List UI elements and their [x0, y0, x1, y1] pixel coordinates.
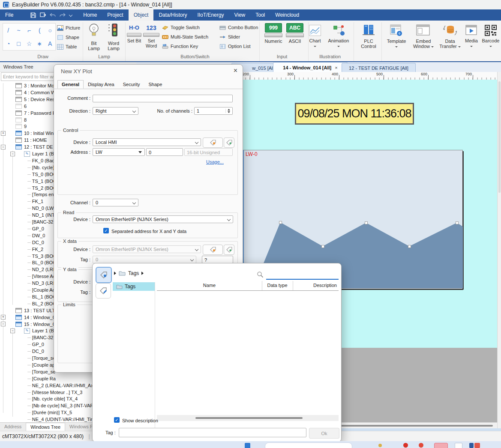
collapse-icon[interactable]: − [1, 145, 6, 149]
taskbar-app-icon-blue[interactable] [469, 443, 474, 448]
menu-project[interactable]: Project [102, 9, 128, 21]
menu-view[interactable]: View [229, 9, 250, 21]
vertical-scrollbar-thumb[interactable] [498, 81, 501, 193]
device-add-button[interactable] [224, 137, 234, 148]
comment-input[interactable] [93, 95, 233, 102]
device-settings-button[interactable] [203, 137, 223, 148]
barcode-dropdown-icon[interactable] [489, 46, 492, 47]
ok-button[interactable]: Ok [309, 428, 339, 439]
show-description-checkbox[interactable]: ✓ [114, 417, 120, 423]
tags-scrollbar-thumb[interactable] [195, 417, 303, 419]
redo-icon[interactable] [60, 13, 66, 18]
menu-tool[interactable]: Tool [250, 9, 270, 21]
taskbar-app-icon-media[interactable] [474, 443, 480, 448]
collapse-icon[interactable]: − [1, 322, 6, 326]
channel-select[interactable]: 0 [93, 199, 138, 206]
menu-home[interactable]: Home [78, 9, 102, 21]
slider-button[interactable]: Slider [219, 33, 258, 41]
plc-control-button[interactable]: PLCControl [357, 23, 381, 49]
dots-tool-icon[interactable]: ∗ [37, 40, 42, 47]
tag-edit-button[interactable] [96, 283, 111, 299]
star-tool-icon[interactable]: ☆ [27, 40, 32, 47]
taskbar-search-box[interactable] [265, 442, 352, 448]
column-name[interactable]: Name [157, 283, 262, 288]
panel-tab-windows-tree[interactable]: Windows Tree [26, 423, 65, 431]
pie-tool-icon[interactable]: ◔ [6, 40, 10, 47]
menu-iiot-energy[interactable]: IIoT/Energy [192, 9, 229, 21]
shape-button[interactable]: Shape [57, 33, 80, 41]
taskbar-notification-badge[interactable] [403, 443, 408, 448]
address-value-input[interactable]: 0 [146, 148, 183, 156]
export-icon[interactable] [40, 12, 46, 18]
usage-link[interactable]: Usage... [206, 159, 224, 164]
undo-icon[interactable] [50, 13, 56, 18]
column-description[interactable]: Description [293, 283, 337, 288]
function-key-button[interactable]: Fn Function Key [162, 42, 208, 50]
taskbar-app-icon-window[interactable] [455, 443, 462, 448]
menu-weincloud[interactable]: Weincloud [270, 9, 304, 21]
tag-browse-button[interactable] [96, 267, 112, 283]
toggle-switch-button[interactable]: Toggle Switch [162, 24, 208, 31]
template-button[interactable]: Template [384, 23, 409, 49]
option-list-button[interactable]: Option List [219, 42, 258, 50]
plot-handle[interactable] [456, 221, 459, 224]
media-dropdown-icon[interactable] [470, 46, 473, 47]
save-icon[interactable] [30, 12, 36, 18]
chart-dropdown-icon[interactable] [314, 46, 316, 47]
bit-lamp-button[interactable]: Bit Lamp [85, 23, 103, 51]
table-button[interactable]: Table [57, 43, 80, 51]
template-dropdown-icon[interactable] [395, 46, 398, 48]
read-device-select[interactable]: Omron EtherNet/IP (NJ/NX Series) [93, 215, 233, 223]
line-tool-icon[interactable]: / [7, 27, 9, 34]
word-lamp-button[interactable]: Word Lamp [105, 23, 123, 51]
datetime-display-widget[interactable]: 09/08/25 MON 11:36:08 [295, 103, 414, 125]
menu-object[interactable]: Object [129, 9, 154, 21]
data-transfer-dropdown-icon[interactable] [458, 46, 461, 48]
ascii-button[interactable]: ABC ASCII [285, 23, 304, 44]
direction-select[interactable]: Right [93, 107, 138, 115]
set-word-button[interactable]: 123 Set Word [143, 23, 159, 48]
plot-handle[interactable] [321, 245, 324, 248]
arc-tool-icon[interactable]: ( [39, 27, 41, 34]
tab-window-014[interactable]: 14 - Window_014 [All] × [273, 62, 348, 72]
media-button[interactable]: Media [463, 23, 480, 48]
embed-window-button[interactable]: EmbedWindow [410, 23, 437, 49]
channels-stepper[interactable]: 1 [194, 107, 233, 115]
barcode-button[interactable]: Barcode [481, 23, 501, 48]
text-tool-icon[interactable]: A [48, 40, 52, 47]
plot-handle[interactable] [365, 221, 368, 224]
vertical-scrollbar[interactable] [497, 72, 501, 428]
expand-icon[interactable]: + [1, 315, 6, 320]
xdata-add-button[interactable] [224, 245, 234, 255]
embed-window-dropdown-icon[interactable] [431, 46, 434, 48]
tag-field-input[interactable] [119, 428, 306, 437]
circle-tool-icon[interactable]: ○ [48, 27, 52, 34]
collapse-icon[interactable]: − [10, 152, 15, 156]
animation-button[interactable]: Animation [327, 23, 351, 48]
xdata-settings-button[interactable] [203, 245, 223, 255]
address-type-select[interactable]: LW [93, 148, 145, 156]
wave-tool-icon[interactable]: ~ [17, 27, 21, 34]
dialog-close-icon[interactable]: × [234, 67, 237, 75]
picture-button[interactable]: Picture [57, 24, 80, 32]
taskbar-app-icon-pink[interactable] [434, 443, 448, 448]
tab-shape[interactable]: Shape [144, 80, 166, 89]
polyline-tool-icon[interactable]: ⌐ [27, 27, 31, 34]
tags-folder-item[interactable]: Tags [113, 282, 155, 291]
menu-data-history[interactable]: Data/History [153, 9, 192, 21]
tab-close-icon[interactable]: × [335, 65, 337, 70]
expand-icon[interactable]: + [1, 131, 6, 136]
separated-address-checkbox[interactable]: ✓ [103, 228, 109, 233]
taskbar-app-icon-red[interactable] [419, 443, 423, 448]
tags-breadcrumb[interactable]: Tags [114, 270, 144, 276]
column-data-type[interactable]: Data type [262, 283, 293, 288]
combo-button-button[interactable]: Combo Button [219, 24, 258, 31]
tab-test-de-fatigue[interactable]: 12 - TEST DE FATIGUE [All] [342, 63, 416, 72]
panel-tab-address[interactable]: Address [0, 423, 26, 431]
taskbar-tray-icon[interactable] [378, 444, 382, 447]
quick-access-dropdown-icon[interactable] [69, 13, 72, 17]
tags-table-scrollbar[interactable] [157, 415, 339, 421]
collapse-icon[interactable]: − [10, 329, 15, 333]
rect-tool-icon[interactable]: □ [17, 40, 20, 47]
data-transfer-button[interactable]: DataTransfer [438, 23, 462, 49]
